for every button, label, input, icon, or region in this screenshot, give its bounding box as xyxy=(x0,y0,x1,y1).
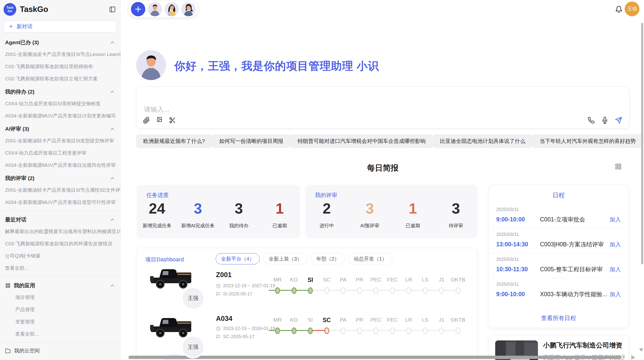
milestone-label: PR xyxy=(351,317,368,323)
scissors-icon[interactable] xyxy=(169,117,176,124)
stat-column: 3我的待办 xyxy=(218,201,259,235)
chevron-up-icon[interactable] xyxy=(110,217,115,222)
flag-icon xyxy=(216,335,221,339)
suggestion-chip[interactable]: 特朗普可能对进口汽车增税会对中国车企造成哪些影响 xyxy=(290,134,433,148)
logo-text-top: Task xyxy=(6,6,14,9)
chevron-up-icon[interactable] xyxy=(110,40,115,45)
milestone-label: PEC xyxy=(368,317,384,323)
sidebar-item[interactable]: A034-全新新能源MUV产品开发项目计划变更表编写 xyxy=(0,110,120,122)
sidebar-item[interactable]: Z001-全新燃油轻卡产品开发项目SI造型提交物评审 xyxy=(0,135,120,147)
sidebar-item[interactable]: Z001-全新燃油轻卡产品开发项目SI节点属性5D文件评审 xyxy=(0,184,120,196)
sidebar-divider xyxy=(0,211,120,211)
stat-value: 1 xyxy=(275,201,284,216)
assistant-avatar xyxy=(136,50,166,80)
join-meeting-link[interactable]: 加入 xyxy=(610,291,621,298)
milestone-dot xyxy=(324,327,329,334)
chevron-up-icon[interactable] xyxy=(110,126,115,132)
suggestion-chip[interactable]: 欧洲新规最近颁布了什么? xyxy=(136,134,212,148)
dashboard-tab[interactable]: 动总开发（1） xyxy=(348,253,392,264)
suggestion-chip[interactable]: 比亚迪全固态电池计划具体说了什么 xyxy=(433,134,533,148)
chat-input[interactable]: 请输入... xyxy=(136,86,630,129)
sidebar-item[interactable]: 产品管理 xyxy=(0,304,120,316)
chevron-up-icon[interactable] xyxy=(110,89,115,95)
dashboard-tab[interactable]: 全新平台（4） xyxy=(216,253,260,264)
image-upload-icon[interactable] xyxy=(157,117,162,124)
milestone-label: LS xyxy=(417,277,434,283)
vertical-scrollbar[interactable] xyxy=(641,23,643,264)
schedule-row: 9:00-10:00X003-车辆动力学性能验...加入 xyxy=(496,290,621,298)
notifications-bell-icon[interactable] xyxy=(615,6,623,13)
schedule-date: 2025/03/11 xyxy=(496,207,621,212)
suggestion-chip[interactable]: 当下年轻人对汽车外观有怎样的喜好趋势 xyxy=(533,134,643,148)
sidebar-section-header[interactable]: 最近对话 xyxy=(0,213,120,226)
milestone-dot xyxy=(373,327,378,334)
schedule-event-title: C003|H0B-方案冻结评审 xyxy=(540,241,610,248)
folder-icon xyxy=(5,348,11,354)
sidebar-item[interactable]: 查看全部... xyxy=(0,328,120,340)
sidebar-section-header[interactable]: 我的应用 xyxy=(0,279,120,291)
sidebar-item[interactable]: C02-飞腾新能源轻客改款项目立项汇报方案 xyxy=(0,73,120,85)
milestone-dot xyxy=(308,287,313,294)
sidebar-item[interactable]: 解释最新出台的欧盟报废车法规再生塑料比例被调至15%... xyxy=(0,226,120,238)
suggestion-chip[interactable]: 如何写一份清晰的项目周报 xyxy=(212,134,290,148)
agent-avatar-2[interactable] xyxy=(165,2,179,16)
chevron-up-icon[interactable] xyxy=(110,175,115,181)
sidebar-item[interactable]: Z001-全新燃油皮卡产品开发项目SI节点Lesson Learn报告 xyxy=(0,48,120,61)
send-icon[interactable] xyxy=(615,117,622,124)
schedule-item: 2025/03/119:00-10:00C001-立项审批会加入 xyxy=(489,203,628,228)
sidebar-section-header[interactable]: 我的评审 (2) xyxy=(0,171,120,184)
sidebar-item[interactable]: C0X4-动力总成开发项目工程变更评审 xyxy=(0,147,120,159)
sidebar-shortcut[interactable]: 我的收藏 xyxy=(0,357,120,360)
sidebar-item[interactable]: C0X4-动力总成开发项目SI里程碑提交物检查 xyxy=(0,98,120,110)
agent-avatar-1[interactable] xyxy=(148,2,162,16)
input-toolbar-right xyxy=(588,117,622,124)
schedule-card: 日程 2025/03/119:00-10:00C001-立项审批会加入2025/… xyxy=(488,185,629,328)
milestone-label: PA xyxy=(335,317,352,323)
sidebar-item[interactable]: 变更管理 xyxy=(0,316,120,328)
sidebar-section-header[interactable]: AI评审 (3) xyxy=(0,122,120,135)
join-meeting-link[interactable]: 加入 xyxy=(610,241,621,248)
schedule-item: 2025/03/119:00-10:00X003-车辆动力学性能验...加入 xyxy=(489,278,628,303)
sidebar-item[interactable]: A034-全新新能源MUV产品开发项目法规符合性评审 xyxy=(0,159,120,171)
section-title: Agent已办 (3) xyxy=(5,39,110,46)
briefing-layout-grid-icon[interactable] xyxy=(615,163,622,170)
join-meeting-link[interactable]: 加入 xyxy=(610,266,621,273)
sidebar-item[interactable]: 项目管理 xyxy=(0,291,120,304)
scroll-right-arrow[interactable] xyxy=(631,355,635,360)
clock-icon xyxy=(216,284,221,288)
sidebar-item[interactable]: 公司Q3轻卡销量 xyxy=(0,250,120,262)
mic-icon[interactable] xyxy=(601,117,608,124)
sidebar-item[interactable]: A034-全新新能源MUV产品开发项目造型可行性评审 xyxy=(0,196,120,208)
dashboard-tab[interactable]: 年型（2） xyxy=(311,253,345,264)
sidebar-section-header[interactable]: 我的待办 (2) xyxy=(0,85,120,98)
milestone-label: MR xyxy=(269,317,286,323)
agent-avatar-3[interactable] xyxy=(181,2,196,16)
join-meeting-link[interactable]: 加入 xyxy=(610,216,621,223)
sidebar-section-header[interactable]: Agent已办 (3) xyxy=(0,36,120,48)
milestone-label: LR xyxy=(400,277,417,283)
stat-value: 1 xyxy=(409,201,417,216)
sidebar-item[interactable]: C02-飞腾新能源轻客改款项目的闭环通告反馈情况 xyxy=(0,238,120,250)
add-agent-button[interactable] xyxy=(131,2,145,16)
agent-crew-bar xyxy=(128,1,198,18)
milestone-dot xyxy=(275,287,280,294)
stat-grid: 2进行中3AI预评审1已逾期3待评审 xyxy=(305,201,477,235)
view-all-schedule-link[interactable]: 查看所有日程 xyxy=(489,314,628,322)
sidebar-shortcut[interactable]: 我的云空间 xyxy=(0,344,120,357)
schedule-time: 9:00-10:00 xyxy=(496,216,540,223)
dashboard-tab[interactable]: 全新上装（3） xyxy=(263,253,307,264)
scroll-down-arrow[interactable] xyxy=(639,348,643,352)
user-avatar[interactable]: 王强 xyxy=(625,2,639,16)
attachment-icon[interactable] xyxy=(143,117,150,124)
new-chat-button[interactable]: 新对话 xyxy=(4,20,117,33)
collapse-sidebar-icon[interactable] xyxy=(109,6,116,13)
milestone-dot xyxy=(291,287,297,294)
sidebar-item[interactable]: 查看全部... xyxy=(0,262,120,274)
phone-icon[interactable] xyxy=(588,117,595,124)
horizontal-scrollbar[interactable] xyxy=(128,356,622,359)
chevron-up-icon[interactable] xyxy=(110,283,115,288)
section-title: AI评审 (3) xyxy=(5,125,110,132)
sidebar-divider xyxy=(0,342,120,342)
sidebar-item[interactable]: C02-飞腾新能源轻客改款项目里程碑画布 xyxy=(0,61,120,73)
milestone-label: PEC xyxy=(368,277,384,283)
